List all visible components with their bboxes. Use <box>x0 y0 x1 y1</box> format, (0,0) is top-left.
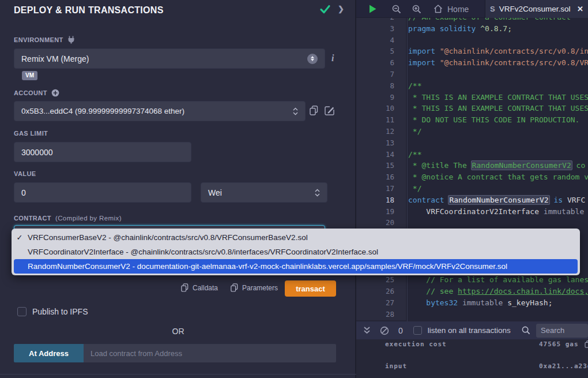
code-line-14: 14/** <box>356 149 588 160</box>
environment-info-icon[interactable]: i <box>331 53 334 63</box>
search-icon <box>522 326 530 335</box>
add-account-icon[interactable] <box>51 89 59 97</box>
code-line-20: 20 <box>356 217 588 229</box>
panel-title: DEPLOY & RUN TRANSACTIONS <box>14 5 164 16</box>
solidity-file-icon: S <box>490 5 495 13</box>
code-line-13: 13 <box>356 137 588 149</box>
select-caret-icon <box>315 189 320 197</box>
vm-badge: VM <box>22 71 37 80</box>
code-line-12: 12 */ <box>356 126 588 137</box>
account-label: ACCOUNT <box>14 89 59 97</box>
calldata-button[interactable]: Calldata <box>181 283 218 292</box>
collapse-panel-icon[interactable]: ❯ <box>338 5 344 13</box>
gas-limit-input[interactable]: 3000000 <box>14 142 191 162</box>
terminal-bar: 0 listen on all transactions <box>356 321 588 339</box>
code-line-26: 26 // see https://docs.chain.link/docs, <box>356 286 588 297</box>
value-label: VALUE <box>14 170 36 177</box>
at-address-row: At Address <box>14 344 336 362</box>
code-line-6: 6import "@chainlink/contracts/src/v0.8/V… <box>356 57 588 69</box>
editor-area: Home S VRFv2Consumer.sol ✕ 2// An exampl… <box>356 0 588 378</box>
tab-vrfv2consumer[interactable]: S VRFv2Consumer.sol ✕ <box>485 0 588 18</box>
code-line-16: 16 * @notice A contract that gets random… <box>356 171 588 183</box>
code-line-28: 28 <box>356 309 588 320</box>
environment-value: Remix VM (Merge) <box>21 54 89 63</box>
contract-option-2[interactable]: RandomNumberConsumerV2 - documentation-g… <box>14 259 578 274</box>
environment-label: ENVIRONMENT <box>14 36 75 44</box>
value-unit-select[interactable]: Wei <box>201 182 327 203</box>
copy-value-icon[interactable] <box>585 340 588 348</box>
terminal-row-execution-cost: execution cost47565 gas <box>356 340 588 350</box>
selected-check-icon: ✓ <box>12 233 28 242</box>
code-line-25: 25 // For a list of available gas lanes <box>356 274 588 286</box>
code-line-5: 5import "@chainlink/contracts/src/v0.8/i… <box>356 46 588 57</box>
terminal-search-input[interactable] <box>536 324 588 338</box>
code-line-15: 15 * @title The RandomNumberConsumerV2 c… <box>356 160 588 171</box>
zoom-out-icon[interactable] <box>392 5 401 14</box>
value-input[interactable]: 0 <box>14 182 191 203</box>
at-address-input[interactable] <box>84 344 336 362</box>
code-editor[interactable]: 2// An example of a consumer contract3pr… <box>356 18 588 321</box>
success-check-icon <box>319 4 331 14</box>
indent-guide <box>407 18 408 321</box>
expand-terminal-icon[interactable] <box>363 326 371 335</box>
terminal-row-input: input0xa21...a23e4 <box>356 362 588 372</box>
deploy-run-panel: DEPLOY & RUN TRANSACTIONS ❯ ENVIRONMENT … <box>0 0 356 378</box>
environment-select[interactable]: Remix VM (Merge) <box>14 48 325 69</box>
account-value: 0x5B3...eddC4 (99.99999999997374068 ethe… <box>21 107 184 115</box>
listen-all-label: listen on all transactions <box>428 326 511 335</box>
pending-tx-count: 0 <box>398 326 403 335</box>
code-line-19: 19 VRFCoordinatorV2Interface immutable <box>356 206 588 218</box>
code-line-3: 3pragma solidity ^0.8.7; <box>356 23 588 35</box>
panel-divider <box>0 374 356 375</box>
contract-option-0[interactable]: ✓VRFConsumerBaseV2 - @chainlink/contract… <box>12 230 580 245</box>
copy-account-icon[interactable] <box>310 106 318 115</box>
select-caret-icon <box>293 107 298 115</box>
plug-icon <box>67 36 75 44</box>
code-line-27: 27 bytes32 immutable s_keyHash; <box>356 297 588 309</box>
transact-button[interactable]: transact <box>285 280 336 297</box>
contract-label: CONTRACT (Compiled by Remix) <box>14 215 122 222</box>
tab-home[interactable]: Home <box>430 0 472 18</box>
close-tab-icon[interactable]: ✕ <box>577 5 583 13</box>
code-line-18: 18contract RandomNumberConsumerV2 is VRF… <box>356 194 588 206</box>
code-line-4: 4 <box>356 35 588 46</box>
home-icon <box>434 5 443 13</box>
terminal-output: execution cost47565 gasinput0xa21...a23e… <box>356 339 588 378</box>
parameters-button[interactable]: Parameters <box>231 283 278 292</box>
contract-option-1[interactable]: VRFCoordinatorV2Interface - @chainlink/c… <box>12 245 580 259</box>
publish-ipfs-row: Publish to IPFS <box>17 307 88 316</box>
listen-all-checkbox[interactable] <box>413 326 422 335</box>
account-select[interactable]: 0x5B3...eddC4 (99.99999999997374068 ethe… <box>14 101 306 121</box>
run-script-icon[interactable] <box>368 4 378 14</box>
remix-ide: DEPLOY & RUN TRANSACTIONS ❯ ENVIRONMENT … <box>0 0 588 378</box>
edit-account-icon[interactable] <box>325 106 334 115</box>
code-line-7: 7 <box>356 69 588 80</box>
or-separator: OR <box>0 327 356 336</box>
select-caret-icon <box>307 54 318 64</box>
at-address-button[interactable]: At Address <box>14 344 84 362</box>
code-line-2: 2// An example of a consumer contract <box>356 18 588 23</box>
publish-ipfs-checkbox[interactable] <box>17 307 27 316</box>
code-line-11: 11 * DO NOT USE THIS CODE IN PRODUCTION. <box>356 114 588 126</box>
code-line-8: 8/** <box>356 80 588 92</box>
gas-limit-label: GAS LIMIT <box>14 130 48 137</box>
code-line-17: 17 */ <box>356 183 588 194</box>
contract-dropdown-popup: ✓VRFConsumerBaseV2 - @chainlink/contract… <box>12 229 580 275</box>
publish-ipfs-label: Publish to IPFS <box>32 307 88 316</box>
editor-tabbar: Home S VRFv2Consumer.sol ✕ <box>356 0 588 18</box>
clear-console-icon[interactable] <box>380 326 389 335</box>
zoom-in-icon[interactable] <box>412 5 421 14</box>
code-line-9: 9 * THIS IS AN EXAMPLE CONTRACT THAT USE… <box>356 92 588 103</box>
code-line-10: 10 * THIS IS AN EXAMPLE CONTRACT THAT US… <box>356 103 588 114</box>
